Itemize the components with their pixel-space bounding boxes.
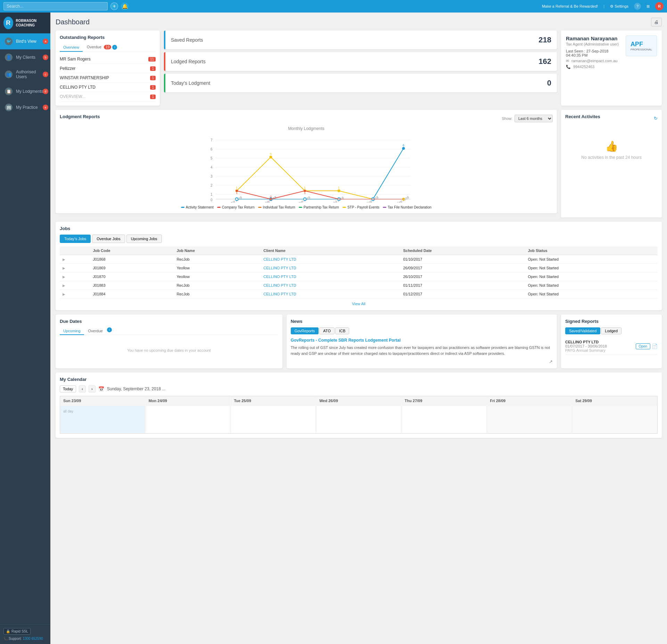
- overdue-due-tab[interactable]: Overdue: [85, 327, 106, 335]
- chart-show-control: Show: Last 6 months Last 3 months Last 1…: [502, 115, 553, 122]
- company-logo-sub: PROFESSIONAL: [631, 48, 652, 51]
- client-name: CELLINO PTY LTD: [261, 255, 400, 264]
- signed-report-company: CELLINO PTY LTD: [565, 340, 607, 344]
- upcoming-tab[interactable]: Upcoming: [60, 327, 84, 335]
- report-item-badge: 11: [148, 57, 156, 62]
- legend-stp-payroll: STP - Payroll Events: [343, 205, 379, 209]
- notification-icon[interactable]: 🔔: [121, 2, 129, 10]
- due-dates-info-icon[interactable]: i: [107, 327, 112, 332]
- open-report-button[interactable]: Open: [636, 343, 650, 349]
- calendar-section: My Calendar Today ‹ › 📅 Sunday, Septembe…: [56, 373, 662, 438]
- sidebar-item-birds-view[interactable]: 🐦 Bird's View a: [0, 33, 50, 49]
- sidebar: R ROBMASON COACHING 🐦 Bird's View a 👤 My…: [0, 13, 50, 644]
- svg-text:1: 1: [236, 191, 238, 195]
- sidebar-label-my-practice: My Practice: [16, 105, 38, 110]
- support-phone-link[interactable]: 1300 652590: [23, 637, 43, 641]
- govreports-news-tab[interactable]: GovReports: [291, 327, 319, 334]
- signed-report-actions: Open 📄: [636, 343, 658, 349]
- refresh-icon[interactable]: ↻: [654, 116, 658, 121]
- referral-link[interactable]: Make a Referral & Be Rewarded!: [542, 4, 598, 8]
- overdue-info-icon[interactable]: i: [112, 45, 117, 50]
- svg-text:6: 6: [211, 147, 213, 151]
- svg-text:1: 1: [236, 186, 238, 189]
- user-email: ✉ ramanan@eimpact.com.au: [566, 59, 657, 63]
- search-input[interactable]: [3, 2, 108, 10]
- sidebar-logo: R ROBMASON COACHING: [0, 13, 50, 33]
- sidebar-item-my-practice[interactable]: 🏢 My Practice e: [0, 99, 50, 115]
- user-phone: 📞 9944252463: [566, 65, 657, 69]
- monthly-lodgments-chart: 7 6 5 4 3 2 1 0 Apr 2018 May 2018 Jun 20…: [60, 133, 553, 203]
- svg-point-24: [338, 189, 340, 192]
- chart-subtitle: Monthly Lodgments: [60, 126, 553, 131]
- dashboard-row-2: Lodgment Reports Show: Last 6 months Las…: [56, 110, 662, 218]
- scheduled-date: 01/12/2017: [400, 290, 525, 299]
- lodgment-chart-panel: Lodgment Reports Show: Last 6 months Las…: [56, 110, 557, 213]
- report-item-name: OVERVIEW...: [60, 94, 85, 99]
- chart-title: Lodgment Reports: [60, 114, 100, 119]
- recent-activities-header: Recent Activites ↻: [565, 114, 658, 123]
- due-dates-title: Due Dates: [60, 319, 278, 324]
- authorised-users-icon: 👥: [5, 71, 13, 78]
- calendar-today-button[interactable]: Today: [60, 385, 76, 392]
- overdue-tab[interactable]: Overdue 19 i: [83, 43, 121, 52]
- show-select[interactable]: Last 6 months Last 3 months Last 12 mont…: [514, 115, 553, 122]
- calendar-prev-button[interactable]: ‹: [79, 385, 86, 392]
- jobs-table: Job Code Job Name Client Name Scheduled …: [60, 246, 658, 299]
- sidebar-item-my-clients[interactable]: 👤 My Clients b: [0, 49, 50, 65]
- apps-icon[interactable]: ⊞: [647, 4, 650, 9]
- share-icon[interactable]: ↗: [291, 359, 553, 364]
- col-client-name: Client Name: [261, 246, 400, 255]
- job-status: Open: Not Started: [525, 255, 658, 264]
- sidebar-item-authorised-users[interactable]: 👥 Authorised Users c: [0, 65, 50, 83]
- saved-validated-tab[interactable]: Saved/Validated: [565, 327, 600, 334]
- overdue-jobs-tab[interactable]: Overdue Jobs: [92, 235, 125, 243]
- view-all-link[interactable]: View All: [352, 302, 365, 306]
- svg-text:3: 3: [211, 174, 213, 178]
- news-headline-link[interactable]: GovReports - Complete SBR Reports Lodgem…: [291, 338, 401, 343]
- calendar-grid: Sun 23/09 Mon 24/09 Tue 25/09 Wed 26/09 …: [60, 396, 658, 434]
- row-expand[interactable]: ▶: [60, 272, 90, 281]
- todays-jobs-tab[interactable]: Today's Jobs: [60, 235, 91, 243]
- icb-news-tab[interactable]: ICB: [335, 327, 349, 334]
- sidebar-label-birds-view: Bird's View: [16, 39, 36, 44]
- jobs-section: Jobs Today's Jobs Overdue Jobs Upcoming …: [56, 222, 662, 310]
- my-practice-icon: 🏢: [5, 104, 13, 111]
- row-expand[interactable]: ▶: [60, 255, 90, 264]
- scheduled-date: 01/10/2017: [400, 255, 525, 264]
- saved-reports-label: Saved Reports: [171, 37, 203, 43]
- row-expand[interactable]: ▶: [60, 264, 90, 272]
- third-row: Due Dates Upcoming Overdue i You have no…: [56, 315, 662, 368]
- user-avatar[interactable]: R: [655, 2, 664, 10]
- svg-text:5: 5: [270, 152, 272, 156]
- stats-column: Saved Reports 218 Lodged Reports 162 Tod…: [164, 31, 557, 106]
- cal-header-sat: Sat 29/09: [572, 396, 657, 405]
- svg-text:1: 1: [304, 191, 306, 195]
- svg-point-22: [270, 156, 272, 158]
- pdf-icon[interactable]: 📄: [652, 343, 658, 349]
- sidebar-item-my-lodgments[interactable]: 📋 My Lodgments d: [0, 83, 50, 99]
- row-expand[interactable]: ▶: [60, 281, 90, 290]
- job-name: Yeollow: [174, 264, 261, 272]
- user-info-card: APF PROFESSIONAL Ramanan Narayanan Tax A…: [561, 31, 662, 106]
- calendar-next-button[interactable]: ›: [89, 385, 96, 392]
- row-expand[interactable]: ▶: [60, 290, 90, 299]
- job-name: Yeollow: [174, 272, 261, 281]
- ato-news-tab[interactable]: ATO: [319, 327, 335, 334]
- help-icon[interactable]: ?: [634, 3, 641, 10]
- cal-header-wed: Wed 26/09: [316, 396, 401, 405]
- svg-point-36: [402, 147, 405, 150]
- svg-text:1: 1: [338, 186, 340, 189]
- svg-text:6: 6: [403, 144, 404, 147]
- no-upcoming-message: You have no upcoming due dates in your a…: [60, 338, 278, 363]
- overview-tab[interactable]: Overview: [60, 43, 83, 52]
- report-item-name: CELLINO PTY LTD: [60, 85, 96, 90]
- upcoming-jobs-tab[interactable]: Upcoming Jobs: [126, 235, 162, 243]
- sidebar-badge-birds-view: a: [43, 39, 48, 44]
- cal-day-thu: [402, 406, 487, 433]
- print-button[interactable]: 🖨: [651, 18, 662, 26]
- add-button[interactable]: +: [110, 2, 118, 10]
- settings-link[interactable]: ⚙ Settings: [610, 4, 628, 9]
- overdue-count-badge: 19: [104, 45, 111, 49]
- svg-text:0: 0: [211, 198, 213, 202]
- lodged-signed-tab[interactable]: Lodged: [601, 327, 621, 334]
